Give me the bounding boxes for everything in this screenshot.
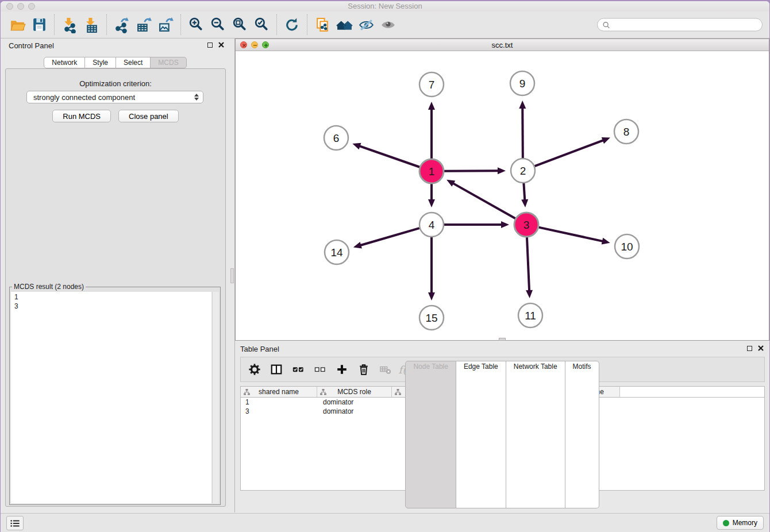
- main-toolbar: [1, 11, 769, 38]
- zoom-in-button[interactable]: [185, 14, 207, 36]
- vertical-splitter[interactable]: [230, 38, 235, 512]
- tab-style[interactable]: Style: [85, 57, 116, 68]
- close-panel-icon[interactable]: [218, 42, 224, 48]
- refresh-button[interactable]: [281, 14, 303, 36]
- tab-motifs[interactable]: Motifs: [565, 361, 599, 508]
- node-label: 14: [330, 246, 343, 259]
- minimize-window-button[interactable]: [17, 3, 24, 10]
- control-panel-title: Control Panel: [9, 41, 54, 50]
- mcds-result-line: 1: [14, 293, 211, 302]
- memory-status-icon: [723, 520, 729, 526]
- edge-arrowhead: [526, 290, 533, 298]
- title-bar: Session: New Session: [1, 1, 769, 11]
- graph-edge-4-14[interactable]: [360, 228, 419, 245]
- zoom-out-button[interactable]: [207, 14, 229, 36]
- graph-edge-3-11[interactable]: [527, 237, 529, 291]
- float-panel-icon[interactable]: [207, 43, 213, 48]
- close-window-button[interactable]: [6, 3, 13, 10]
- node-label: 15: [425, 312, 437, 324]
- network-minimize-button[interactable]: [251, 41, 258, 48]
- network-from-selection-button[interactable]: [311, 14, 333, 36]
- node-label: 10: [621, 241, 633, 253]
- close-panel-button[interactable]: Close panel: [118, 110, 179, 122]
- edge-arrowhead: [498, 167, 506, 174]
- export-network-icon: [114, 17, 130, 33]
- export-network-button[interactable]: [111, 14, 133, 36]
- table-panel: Table Panel: [235, 342, 769, 510]
- graph-edge-2-8[interactable]: [535, 140, 604, 166]
- import-table-button[interactable]: [80, 14, 102, 36]
- export-image-icon: [157, 17, 174, 33]
- export-image-button[interactable]: [155, 14, 176, 36]
- node-label: 6: [333, 132, 340, 144]
- hide-selected-button[interactable]: [355, 14, 377, 36]
- control-panel-tabs: NetworkStyleSelectMCDS: [1, 57, 230, 68]
- toolbar-separator: [106, 14, 107, 35]
- criterion-dropdown[interactable]: strongly connected component: [26, 91, 203, 103]
- zoom-out-icon: [210, 17, 226, 33]
- result-scrollbar[interactable]: [212, 292, 219, 503]
- network-zoom-button[interactable]: [262, 41, 269, 48]
- import-network-button[interactable]: [59, 14, 80, 36]
- mcds-result-title: MCDS result (2 nodes): [12, 283, 86, 291]
- node-label: 11: [525, 310, 536, 322]
- mcds-result-box: MCDS result (2 nodes) 13: [9, 283, 221, 505]
- graph-edge-1-2[interactable]: [444, 171, 499, 171]
- save-session-icon: [31, 17, 48, 33]
- network-window: scc.txt 1234678910111415: [235, 38, 769, 341]
- network-window-titlebar[interactable]: scc.txt: [236, 39, 769, 51]
- graph-edge-1-6[interactable]: [359, 146, 420, 167]
- tab-node-table[interactable]: Node Table: [405, 361, 456, 508]
- network-canvas[interactable]: 1234678910111415: [236, 51, 769, 340]
- float-table-panel-icon[interactable]: [747, 346, 752, 351]
- edge-arrowhead: [519, 101, 526, 109]
- node-label: 3: [523, 219, 530, 231]
- node-label: 7: [429, 79, 435, 91]
- edge-arrowhead: [428, 292, 435, 300]
- tab-select[interactable]: Select: [116, 57, 151, 68]
- show-all-button[interactable]: [377, 14, 399, 36]
- splitter-handle[interactable]: [230, 268, 234, 283]
- tab-mcds[interactable]: MCDS: [151, 57, 186, 68]
- export-table-button[interactable]: [133, 14, 155, 36]
- node-label: 2: [520, 165, 526, 177]
- mcds-panel: Optimization criterion: strongly connect…: [5, 68, 226, 507]
- graph-edge-3-10[interactable]: [538, 228, 603, 241]
- import-network-icon: [61, 17, 78, 33]
- node-label: 8: [623, 126, 630, 138]
- task-history-button[interactable]: [6, 516, 24, 530]
- memory-button[interactable]: Memory: [717, 516, 764, 530]
- import-table-icon: [83, 17, 100, 33]
- graph-edge-3-1[interactable]: [453, 183, 515, 219]
- tab-network-table[interactable]: Network Table: [506, 361, 565, 508]
- graph-edge-2-9[interactable]: [522, 107, 523, 158]
- network-close-button[interactable]: [240, 41, 247, 48]
- edge-arrowhead: [352, 143, 361, 149]
- zoom-window-button[interactable]: [28, 3, 35, 10]
- hide-selected-icon: [358, 17, 375, 33]
- search-input[interactable]: [613, 21, 757, 29]
- open-session-icon: [9, 17, 26, 33]
- home-button[interactable]: [333, 14, 355, 36]
- network-graph[interactable]: 1234678910111415: [236, 51, 769, 340]
- mcds-result-list[interactable]: 13: [11, 292, 211, 503]
- edge-arrowhead: [353, 242, 362, 249]
- network-window-title: scc.txt: [236, 39, 769, 51]
- open-session-button[interactable]: [6, 14, 28, 36]
- table-tabs: Node TableEdge TableNetwork TableMotifs: [235, 361, 769, 508]
- tab-network[interactable]: Network: [44, 57, 85, 68]
- node-label: 1: [429, 165, 435, 178]
- graph-edge-2-3[interactable]: [523, 183, 525, 201]
- network-from-selection-icon: [314, 17, 331, 33]
- run-mcds-button[interactable]: Run MCDS: [52, 110, 111, 122]
- zoom-fit-button[interactable]: [229, 14, 251, 36]
- close-table-panel-icon[interactable]: [758, 345, 764, 351]
- edge-arrowhead: [602, 137, 610, 144]
- save-session-button[interactable]: [28, 14, 50, 36]
- zoom-in-icon: [188, 17, 205, 33]
- tab-edge-table[interactable]: Edge Table: [456, 361, 506, 508]
- toolbar-separator: [307, 14, 307, 35]
- optimization-label: Optimization criterion:: [6, 79, 225, 88]
- resize-grip[interactable]: [499, 338, 506, 341]
- zoom-selected-button[interactable]: [251, 14, 272, 36]
